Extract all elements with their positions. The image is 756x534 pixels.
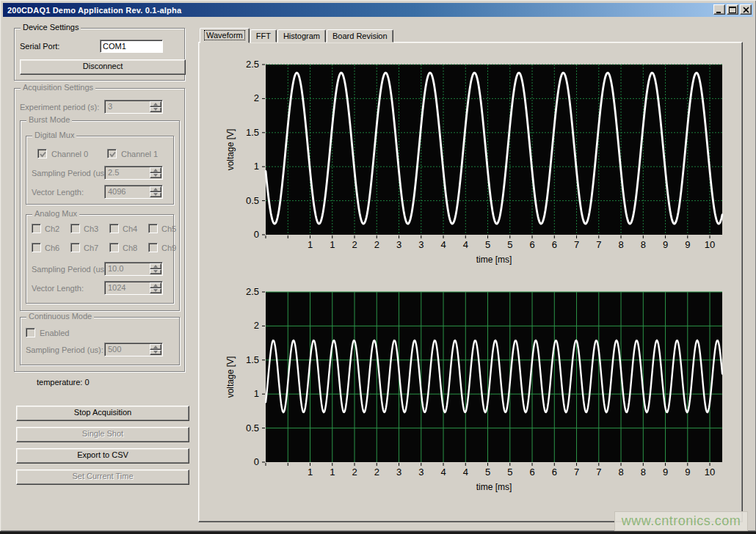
svg-text:voltage [V]: voltage [V]	[225, 129, 236, 171]
svg-text:1: 1	[308, 467, 313, 478]
tab-board-revision[interactable]: Board Revision	[327, 29, 393, 43]
analog-vector-length-field[interactable]: 1024	[104, 281, 163, 295]
maximize-icon	[729, 7, 736, 13]
ch9-checkbox[interactable]	[148, 243, 158, 252]
svg-text:9: 9	[663, 239, 668, 250]
ch8-label: Ch8	[123, 244, 137, 252]
spin-down-icon[interactable]	[150, 350, 161, 356]
svg-text:1: 1	[254, 388, 259, 399]
analog-mux-group-label: Analog Mux	[32, 209, 79, 218]
titlebar[interactable]: 200CDAQ1 Demo Application Rev. 0.1-alpha	[3, 3, 753, 17]
serial-port-input[interactable]	[100, 40, 163, 53]
tab-fft[interactable]: FFT	[250, 29, 277, 43]
continuous-sampling-period-field[interactable]: 500	[104, 343, 163, 356]
ch3-label: Ch3	[84, 224, 98, 233]
svg-text:0: 0	[254, 456, 259, 467]
analog-sampling-period-value: 10.0	[108, 264, 123, 273]
channel1-checkbox[interactable]	[107, 149, 117, 158]
spin-up-icon[interactable]	[150, 186, 161, 192]
set-current-time-button[interactable]: Set Current Time	[16, 469, 189, 485]
svg-text:1: 1	[330, 239, 335, 250]
svg-text:7: 7	[574, 467, 579, 478]
experiment-period-label: Experiment period (s):	[20, 103, 99, 111]
minimize-button[interactable]	[713, 4, 725, 15]
svg-text:1: 1	[330, 467, 335, 478]
svg-text:4: 4	[463, 239, 468, 250]
svg-text:5: 5	[485, 467, 490, 478]
stop-acquisition-button[interactable]: Stop Acquisition	[16, 406, 189, 421]
svg-text:2: 2	[352, 239, 357, 250]
spin-down-icon[interactable]	[150, 192, 161, 198]
svg-text:6: 6	[529, 239, 534, 250]
ch3-checkbox[interactable]	[70, 224, 80, 233]
tab-waveform-label: Waveform	[205, 31, 244, 40]
svg-text:4: 4	[463, 467, 468, 478]
analog-vector-length-value: 1024	[108, 283, 126, 292]
ch2-checkbox[interactable]	[32, 224, 41, 233]
svg-text:3: 3	[418, 239, 424, 250]
tab-histogram[interactable]: Histogram	[277, 29, 326, 43]
close-icon	[743, 7, 749, 13]
continuous-sampling-period-label: Sampling Period (us):	[26, 345, 103, 354]
ch6-label: Ch6	[45, 244, 59, 252]
svg-text:7: 7	[596, 239, 601, 250]
export-to-csv-button[interactable]: Export to CSV	[16, 448, 189, 464]
svg-text:3: 3	[418, 467, 424, 478]
channel0-checkbox[interactable]	[37, 149, 47, 158]
ch4-label: Ch4	[123, 224, 137, 233]
ch4-checkbox[interactable]	[109, 224, 119, 233]
stop-acquisition-label: Stop Acquisition	[74, 408, 131, 417]
spin-down-icon[interactable]	[150, 173, 161, 179]
experiment-period-spinner	[150, 101, 161, 112]
ch8-checkbox[interactable]	[109, 243, 119, 252]
spin-down-icon[interactable]	[150, 107, 161, 113]
disconnect-button[interactable]: Disconnect	[20, 59, 186, 75]
spin-up-icon[interactable]	[150, 263, 161, 269]
close-button[interactable]	[740, 4, 752, 15]
ch7-checkbox[interactable]	[70, 243, 80, 252]
waveform-chart-bottom: 1122334455667788991000.511.522.5time [ms…	[223, 288, 727, 497]
svg-text:4: 4	[440, 467, 446, 478]
digital-sampling-period-field[interactable]: 2.5	[104, 166, 163, 180]
window-title: 200CDAQ1 Demo Application Rev. 0.1-alpha	[7, 6, 181, 15]
experiment-period-field[interactable]: 3	[104, 100, 163, 114]
analog-vector-length-spinner	[150, 282, 161, 293]
single-shot-button[interactable]: Single Shot	[16, 427, 189, 442]
spin-up-icon[interactable]	[150, 282, 161, 288]
continuous-enabled-checkbox[interactable]	[26, 328, 35, 337]
spin-up-icon[interactable]	[150, 167, 161, 173]
tab-board-revision-label: Board Revision	[332, 32, 388, 40]
continuous-enabled-label: Enabled	[40, 329, 69, 337]
ch5-label: Ch5	[161, 224, 176, 233]
svg-text:6: 6	[552, 239, 557, 250]
svg-text:3: 3	[396, 467, 401, 478]
svg-text:9: 9	[685, 467, 690, 478]
ch9-label: Ch9	[161, 244, 176, 252]
svg-text:2: 2	[374, 239, 379, 250]
app-window: 200CDAQ1 Demo Application Rev. 0.1-alpha…	[0, 0, 756, 532]
tab-waveform[interactable]: Waveform	[200, 28, 250, 43]
svg-text:2: 2	[374, 467, 379, 478]
svg-text:5: 5	[507, 239, 512, 250]
spin-down-icon[interactable]	[150, 269, 161, 275]
set-current-time-label: Set Current Time	[72, 472, 133, 480]
watermark-text: www.cntronics.com	[622, 513, 741, 529]
svg-text:2.5: 2.5	[246, 60, 259, 70]
channel0-label: Channel 0	[51, 150, 88, 158]
spin-down-icon[interactable]	[150, 288, 161, 294]
analog-sampling-period-spinner	[150, 263, 161, 274]
digital-sampling-period-label: Sampling Period (us):	[32, 169, 109, 178]
svg-text:10: 10	[705, 467, 715, 478]
maximize-button[interactable]	[727, 4, 738, 15]
watermark-box: www.cntronics.com	[615, 512, 747, 530]
svg-text:2: 2	[352, 467, 357, 478]
tabstrip: Waveform FFT Histogram Board Revision	[200, 27, 394, 43]
spin-up-icon[interactable]	[150, 344, 161, 350]
ch5-checkbox[interactable]	[148, 224, 158, 233]
analog-sampling-period-field[interactable]: 10.0	[104, 262, 163, 276]
ch6-checkbox[interactable]	[32, 243, 41, 252]
minimize-icon	[716, 7, 723, 13]
svg-text:1.5: 1.5	[246, 354, 259, 365]
spin-up-icon[interactable]	[150, 101, 161, 107]
digital-vector-length-field[interactable]: 4096	[104, 185, 163, 199]
